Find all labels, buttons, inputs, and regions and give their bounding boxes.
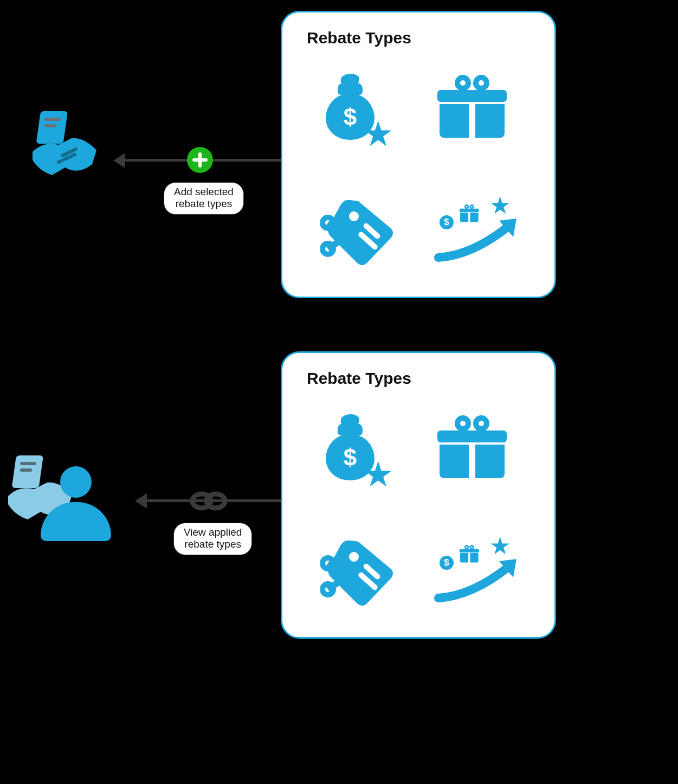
svg-rect-1 [44,118,61,121]
gift-icon [440,415,505,480]
view-label-line2: rebate types [184,538,241,550]
person-icon [41,466,111,541]
arrow-left-icon [113,153,125,168]
panel-title: Rebate Types [307,369,411,388]
svg-rect-10 [20,468,32,472]
svg-rect-2 [44,124,56,127]
add-label-line2: rebate types [176,198,233,209]
partner-contract-icon [8,455,117,553]
svg-point-3 [349,211,359,221]
plus-icon [187,147,213,173]
add-rebate-types-label: Add selected rebate types [164,182,244,215]
contract-icon [33,111,103,187]
svg-point-13 [349,552,359,562]
link-icon [190,488,228,516]
view-rebate-types-label: View applied rebate types [173,523,252,555]
svg-rect-9 [20,462,36,465]
arrow-left-icon [135,493,147,509]
discount-tag-icon [320,197,402,267]
panel-title: Rebate Types [307,29,411,47]
money-bag-star-icon: $ ★ [326,413,396,489]
view-label-line1: View applied [184,526,242,538]
discount-tag-icon [320,537,402,608]
growth-rewards-icon: $ ★ [434,197,526,267]
add-label-line1: Add selected [174,186,234,197]
rebate-types-panel-bottom: Rebate Types $ ★ [281,351,556,639]
money-bag-star-icon: $ ★ [326,72,396,148]
rebate-types-panel-top: Rebate Types $ ★ [281,11,556,298]
gift-icon [440,75,505,140]
growth-rewards-icon: $ ★ [434,537,526,608]
